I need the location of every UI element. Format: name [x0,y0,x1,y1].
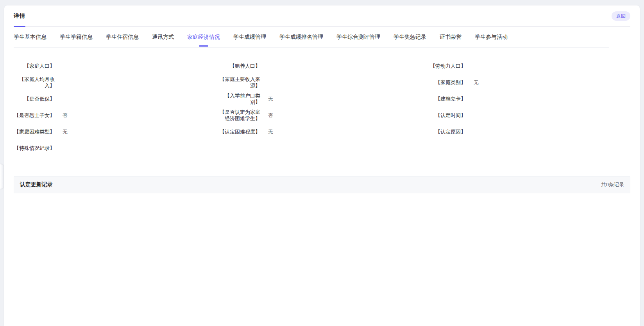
form-row: 【家庭困难类型】 无 【认定困难程度】 无 【认定原因】 [14,124,630,140]
drawer-handle[interactable] [0,164,4,189]
record-section-bar: 认定更新记录 共0条记录 [14,176,630,193]
tab-item[interactable]: 学生奖惩记录 [394,27,426,47]
tab-item[interactable]: 证书荣誉 [440,27,462,47]
tab-item[interactable]: 家庭经济情况 [187,27,220,47]
field-value [474,112,479,119]
field-value [474,129,479,135]
form-field: 【建档立卡】 [425,91,630,107]
tab-item[interactable]: 学生综合测评管理 [336,27,380,47]
tab-label: 学生参与活动 [475,34,508,41]
form-row: 【家庭人口】 【赡养人口】 【劳动力人口】 [14,58,630,74]
tab-label: 通讯方式 [152,34,174,41]
form-field: 【家庭人口】 [14,58,219,74]
field-label: 【家庭人口】 [14,63,55,69]
tab-item[interactable]: 学生成绩管理 [233,27,266,47]
card-header: 详情 返回 [14,5,630,27]
active-tab-indicator [199,45,208,47]
form-field: 【家庭困难类型】 无 [14,124,219,140]
form-row: 【特殊情况记录】 [14,140,630,157]
record-section-title: 认定更新记录 [20,181,53,188]
field-value [63,96,68,102]
field-value: 无 [268,128,274,135]
tab-label: 学生学籍信息 [60,34,93,41]
field-value [268,63,274,69]
form-field: 【特殊情况记录】 [14,140,219,157]
field-label: 【建档立卡】 [425,96,466,102]
form-field-empty [425,140,630,157]
form-field: 【认定时间】 [425,107,630,124]
field-label: 【入学前户口类别】 [219,93,260,105]
field-label: 【是否认定为家庭经济困难学生】 [219,109,260,122]
form-row: 【是否烈士子女】 否 【是否认定为家庭经济困难学生】 否 【认定时间】 [14,107,630,124]
field-label: 【认定原因】 [425,129,466,135]
field-label: 【赡养人口】 [219,63,260,69]
page-title: 详情 [14,13,25,20]
tab-label: 证书荣誉 [440,34,462,41]
field-value: 无 [268,95,274,103]
form-field: 【家庭主要收入来源】 [219,74,425,91]
field-label: 【认定困难程度】 [219,129,260,135]
field-value [268,79,274,86]
field-value [63,63,68,69]
field-value [63,145,68,151]
field-label: 【是否低保】 [14,96,55,102]
field-label: 【家庭主要收入来源】 [219,76,260,89]
form-field: 【家庭人均月收入】 [14,74,219,91]
tab-label: 学生综合测评管理 [336,34,380,41]
field-label: 【是否烈士子女】 [14,112,55,119]
tab-item[interactable]: 学生住宿信息 [106,27,139,47]
field-label: 【家庭类别】 [425,79,466,86]
tab-item[interactable]: 学生成绩排名管理 [279,27,323,47]
form-field: 【赡养人口】 [219,58,425,74]
form-field: 【家庭类别】 无 [425,74,630,91]
form-field: 【劳动力人口】 [425,58,630,74]
form-row: 【是否低保】 【入学前户口类别】 无 【建档立卡】 [14,91,630,107]
tab-label: 学生成绩管理 [233,34,266,41]
record-count-text: 共0条记录 [601,181,624,188]
form-field: 【认定困难程度】 无 [219,124,425,140]
detail-card: 详情 返回 学生基本信息 学生学籍信息 学生住宿信息 通讯方式 家庭经济情况 学… [4,5,640,326]
field-value [63,79,68,86]
form-field-empty [219,140,425,157]
form-field: 【是否低保】 [14,91,219,107]
tab-label: 学生住宿信息 [106,34,139,41]
field-label: 【劳动力人口】 [425,63,466,69]
field-label: 【特殊情况记录】 [14,145,55,151]
field-label: 【家庭困难类型】 [14,129,55,135]
field-label: 【认定时间】 [425,112,466,119]
form-field: 【是否烈士子女】 否 [14,107,219,124]
form-field: 【是否认定为家庭经济困难学生】 否 [219,107,425,124]
field-label: 【家庭人均月收入】 [14,76,55,89]
back-button[interactable]: 返回 [612,11,630,21]
form-field: 【认定原因】 [425,124,630,140]
form-field: 【入学前户口类别】 无 [219,91,425,107]
field-value: 无 [63,128,68,135]
tab-label: 学生奖惩记录 [394,34,426,41]
tab-label: 学生基本信息 [14,34,47,41]
tab-item[interactable]: 学生学籍信息 [60,27,93,47]
tab-bar: 学生基本信息 学生学籍信息 学生住宿信息 通讯方式 家庭经济情况 学生成绩管理 … [14,27,609,48]
tab-item[interactable]: 学生基本信息 [14,27,47,47]
field-value [474,96,479,102]
field-value: 否 [268,112,274,119]
form-row: 【家庭人均月收入】 【家庭主要收入来源】 【家庭类别】 无 [14,74,630,91]
tab-label: 家庭经济情况 [187,34,220,41]
field-value: 无 [474,79,479,86]
family-economic-form: 【家庭人口】 【赡养人口】 【劳动力人口】 【家庭人均月收入】 【家庭主要收入来… [14,48,630,157]
field-value [474,63,479,69]
field-value: 否 [63,112,68,119]
tab-item[interactable]: 学生参与活动 [475,27,508,47]
tab-item[interactable]: 通讯方式 [152,27,174,47]
tab-label: 学生成绩排名管理 [279,34,323,41]
